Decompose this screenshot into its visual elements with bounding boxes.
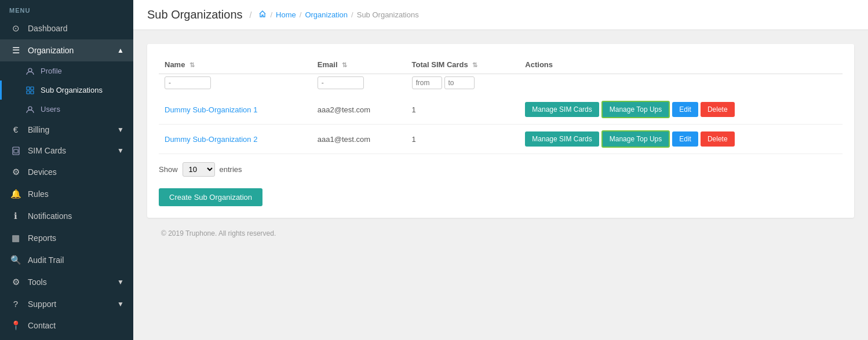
sidebar-item-sim-cards[interactable]: SIM Cards ▼: [0, 140, 133, 161]
breadcrumb: / Home / Organization / Sub Organization…: [258, 10, 418, 20]
sidebar-item-organization[interactable]: ☰ Organization ▲: [0, 39, 133, 61]
users-icon: [24, 105, 36, 114]
manage-top-ups-button[interactable]: Manage Top Ups: [601, 101, 670, 118]
menu-label: MENU: [0, 0, 133, 17]
entries-select[interactable]: 10 25 50 100: [183, 162, 215, 177]
sidebar-sub-label: Sub Organizations: [41, 86, 103, 94]
svg-point-0: [28, 68, 32, 72]
table-container: Name ⇅ Email ⇅ Total SIM Cards ⇅ Actio: [147, 44, 854, 218]
cell-total-sim: 1: [406, 95, 520, 125]
sort-icon[interactable]: ⇅: [342, 61, 347, 69]
sort-icon[interactable]: ⇅: [189, 61, 195, 69]
sidebar-item-label: Billing: [28, 125, 49, 134]
sidebar-item-users[interactable]: Users: [0, 100, 133, 119]
delete-button[interactable]: Delete: [701, 102, 735, 117]
sidebar-item-tools[interactable]: ⚙ Tools ▼: [0, 271, 133, 293]
sidebar-item-notifications[interactable]: ℹ Notifications: [0, 205, 133, 227]
col-name-label: Name: [165, 60, 185, 69]
filter-sim-from-input[interactable]: [412, 76, 442, 89]
organization-icon: ☰: [9, 45, 22, 56]
show-entries: Show 10 25 50 100 entries: [159, 162, 843, 177]
sidebar-item-label: Support: [28, 299, 56, 309]
col-email: Email ⇅: [312, 56, 406, 74]
audit-trail-icon: 🔍: [9, 255, 22, 265]
cell-email: aaa2@test.com: [312, 95, 406, 125]
breadcrumb-home[interactable]: Home: [276, 10, 296, 19]
breadcrumb-sep: /: [300, 10, 302, 19]
breadcrumb-organization[interactable]: Organization: [305, 10, 348, 19]
chevron-down-icon: ▼: [117, 278, 124, 286]
breadcrumb-sep: /: [270, 10, 272, 19]
reports-icon: ▦: [9, 233, 22, 243]
header-sep: /: [250, 10, 252, 20]
cell-name: Dummy Sub-Organization 1: [159, 95, 312, 125]
manage-sim-cards-button[interactable]: Manage SIM Cards: [525, 102, 599, 117]
sidebar-item-label: Contact: [28, 321, 56, 330]
chevron-down-icon: ▼: [117, 300, 124, 308]
table-row: Dummy Sub-Organization 2aaa1@test.com1Ma…: [159, 125, 843, 154]
create-sub-organization-button[interactable]: Create Sub Organization: [159, 188, 262, 206]
entries-label: entries: [220, 165, 242, 174]
page-header: Sub Organizations / / Home / Organizatio…: [133, 0, 868, 30]
cell-actions: Manage SIM CardsManage Top UpsEditDelete: [519, 125, 843, 154]
table-body: Dummy Sub-Organization 1aaa2@test.com1Ma…: [159, 95, 843, 154]
page-title: Sub Organizations: [147, 8, 243, 21]
sidebar-item-rules[interactable]: 🔔 Rules: [0, 183, 133, 205]
chevron-down-icon: ▼: [117, 147, 124, 155]
profile-icon: [24, 67, 36, 75]
filter-actions-cell: [519, 74, 843, 96]
filter-email-cell: [312, 74, 406, 96]
sidebar-item-devices[interactable]: ⚙ Devices: [0, 161, 133, 183]
sidebar-item-sub-organizations[interactable]: Sub Organizations: [0, 81, 133, 100]
main-content: Sub Organizations / / Home / Organizatio…: [133, 0, 868, 340]
footer-text: © 2019 Truphone. All rights reserved.: [161, 229, 276, 237]
edit-button[interactable]: Edit: [672, 131, 698, 147]
svg-rect-3: [27, 91, 30, 94]
sidebar-item-contact[interactable]: 📍 Contact: [0, 315, 133, 337]
sub-organizations-icon: [24, 86, 36, 94]
manage-sim-cards-button[interactable]: Manage SIM Cards: [525, 131, 599, 147]
sidebar-sub-label: Profile: [41, 67, 62, 75]
manage-top-ups-button[interactable]: Manage Top Ups: [601, 130, 670, 148]
rules-icon: 🔔: [9, 189, 22, 199]
row-name-link[interactable]: Dummy Sub-Organization 2: [165, 135, 257, 144]
sort-icon[interactable]: ⇅: [472, 61, 477, 69]
filter-name-input[interactable]: [165, 76, 211, 89]
table-row: Dummy Sub-Organization 1aaa2@test.com1Ma…: [159, 95, 843, 125]
page-content: Name ⇅ Email ⇅ Total SIM Cards ⇅ Actio: [133, 30, 868, 340]
filter-sim-cell: [406, 74, 520, 96]
support-icon: ?: [9, 299, 22, 309]
sidebar-item-label: Devices: [28, 167, 57, 177]
sidebar: MENU ⊙ Dashboard ☰ Organization ▲ Profil…: [0, 0, 133, 340]
col-actions: Actions: [519, 56, 843, 74]
chevron-down-icon: ▼: [117, 126, 124, 134]
sidebar-item-billing[interactable]: € Billing ▼: [0, 119, 133, 140]
sidebar-item-support[interactable]: ? Support ▼: [0, 293, 133, 315]
svg-rect-7: [14, 149, 18, 153]
chevron-up-icon: ▲: [117, 46, 124, 54]
billing-icon: €: [9, 125, 22, 134]
delete-button[interactable]: Delete: [701, 131, 735, 147]
notifications-icon: ℹ: [9, 211, 22, 221]
filter-sim-to-input[interactable]: [444, 76, 475, 89]
sidebar-item-label: Tools: [28, 277, 47, 287]
svg-point-5: [28, 107, 32, 110]
sidebar-item-label: Reports: [28, 233, 56, 243]
sidebar-item-profile[interactable]: Profile: [0, 61, 133, 81]
sidebar-item-dashboard[interactable]: ⊙ Dashboard: [0, 17, 133, 39]
row-name-link[interactable]: Dummy Sub-Organization 1: [165, 105, 257, 114]
edit-button[interactable]: Edit: [672, 102, 698, 117]
sidebar-item-label: Organization: [28, 46, 74, 55]
sub-organizations-table: Name ⇅ Email ⇅ Total SIM Cards ⇅ Actio: [159, 56, 843, 154]
filter-email-input[interactable]: [318, 76, 364, 89]
filter-name-cell: [159, 74, 312, 96]
action-group: Manage SIM CardsManage Top UpsEditDelete: [525, 130, 837, 148]
sidebar-item-audit-trail[interactable]: 🔍 Audit Trail: [0, 249, 133, 271]
col-total-sim: Total SIM Cards ⇅: [406, 56, 520, 74]
cell-total-sim: 1: [406, 125, 520, 154]
sidebar-item-reports[interactable]: ▦ Reports: [0, 227, 133, 249]
col-actions-label: Actions: [525, 60, 553, 69]
breadcrumb-sep: /: [351, 10, 353, 19]
action-group: Manage SIM CardsManage Top UpsEditDelete: [525, 101, 837, 118]
table-header-row: Name ⇅ Email ⇅ Total SIM Cards ⇅ Actio: [159, 56, 843, 74]
